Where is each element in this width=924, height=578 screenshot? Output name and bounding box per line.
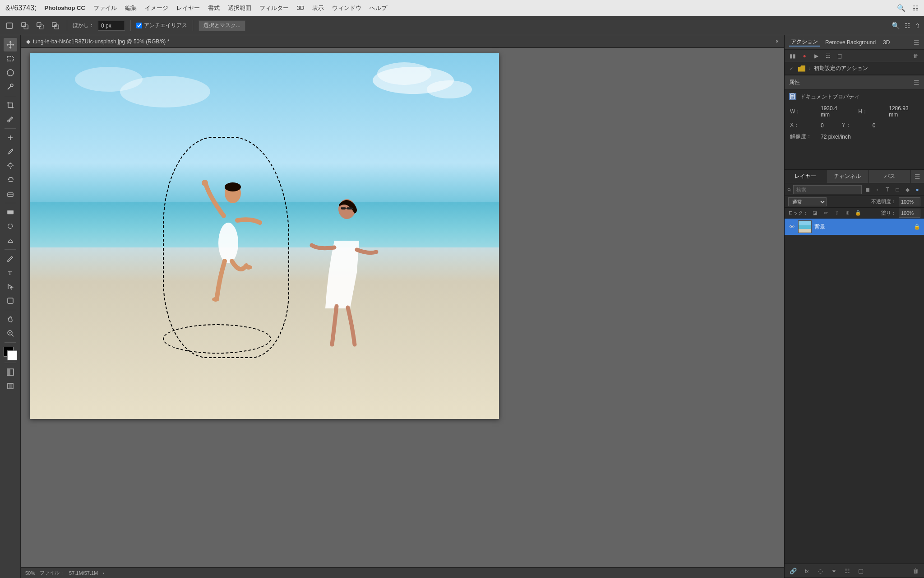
info-arrow[interactable]: › — [102, 570, 104, 576]
tool-eyedropper[interactable] — [4, 112, 17, 126]
fx-icon[interactable]: fx — [802, 566, 812, 576]
actions-delete[interactable]: 🗑 — [911, 51, 920, 61]
lock-artboard[interactable]: ⊕ — [843, 209, 851, 217]
menu-format[interactable]: 書式 — [208, 4, 220, 12]
new-layer-icon[interactable]: ▢ — [856, 566, 866, 576]
filter-type[interactable]: T — [883, 186, 892, 194]
share-icon[interactable]: ⇧ — [915, 22, 920, 29]
background-color[interactable] — [7, 350, 17, 360]
workspace-icon[interactable]: ☷ — [905, 22, 910, 29]
attributes-menu-icon[interactable]: ☰ — [914, 79, 919, 86]
selection-mode-intersect[interactable] — [50, 20, 61, 32]
menu-layer[interactable]: レイヤー — [176, 4, 200, 12]
tool-quick-mask[interactable] — [4, 365, 17, 379]
tool-hand[interactable] — [4, 312, 17, 326]
link-icon[interactable]: 🔗 — [788, 566, 798, 576]
tool-history-brush[interactable] — [4, 173, 17, 186]
tool-brush[interactable] — [4, 145, 17, 158]
actions-play[interactable]: ▶ — [812, 51, 821, 61]
menu-image[interactable]: イメージ — [145, 4, 168, 12]
menu-filter[interactable]: フィルター — [259, 4, 289, 12]
actions-new-set[interactable]: ☷ — [823, 51, 832, 61]
tool-marquee[interactable] — [4, 52, 17, 65]
tool-eraser[interactable] — [4, 187, 17, 200]
blend-mode-select[interactable]: 通常 乗算 スクリーン — [788, 197, 827, 206]
filter-smartobj[interactable]: ◆ — [903, 186, 911, 194]
selection-mode-new[interactable] — [4, 20, 15, 32]
add-mask-icon[interactable]: ◌ — [815, 566, 825, 576]
tool-path-select[interactable] — [4, 280, 17, 294]
lock-all[interactable]: 🔒 — [854, 209, 862, 217]
apple-menu[interactable]: &#63743; — [5, 4, 37, 12]
fill-input[interactable] — [899, 209, 920, 218]
tool-gradient[interactable] — [4, 205, 17, 219]
delete-layer-icon[interactable]: 🗑 — [910, 566, 920, 576]
tool-screen-mode[interactable] — [4, 379, 17, 393]
actions-record[interactable]: ● — [800, 51, 809, 61]
menu-view[interactable]: 表示 — [312, 4, 324, 12]
filter-pixel[interactable]: ◼ — [864, 186, 872, 194]
arrange-icon[interactable]: ☷ — [913, 5, 919, 12]
layer-row-background[interactable]: 👁 背景 🔒 — [785, 219, 924, 235]
menu-file[interactable]: ファイル — [93, 4, 117, 12]
tool-type[interactable]: T — [4, 266, 17, 280]
antialias-check[interactable] — [136, 23, 142, 28]
attributes-panel-header: 属性 ☰ — [785, 75, 924, 90]
lock-transparent[interactable]: ◪ — [811, 209, 819, 217]
x-value: 0 — [821, 122, 824, 129]
actions-stop[interactable]: ▮▮ — [788, 51, 797, 61]
selection-mode-add[interactable] — [19, 20, 31, 32]
selection-mode-subtract[interactable] — [34, 20, 46, 32]
tool-separator-4 — [5, 249, 16, 250]
doc-property-row[interactable]: ドキュメントプロパティ — [785, 90, 924, 103]
actions-tab[interactable]: アクション — [789, 38, 820, 47]
tool-magic-wand[interactable] — [4, 80, 17, 93]
menu-window[interactable]: ウィンドウ — [332, 4, 361, 12]
layers-tab-channels[interactable]: チャンネル — [827, 170, 869, 183]
canvas[interactable] — [30, 53, 499, 419]
action-item-default[interactable]: ✓ › 初期設定のアクション — [785, 62, 924, 75]
layers-tab-layers[interactable]: レイヤー — [785, 170, 827, 183]
blur-input[interactable] — [98, 21, 125, 31]
adjustment-icon[interactable]: ⚭ — [829, 566, 839, 576]
lock-image[interactable]: ✏ — [822, 209, 830, 217]
actions-menu-icon[interactable]: ☰ — [914, 39, 919, 46]
tool-shape[interactable] — [4, 294, 17, 308]
filter-adjustment[interactable]: ◦ — [873, 186, 882, 194]
svg-point-33 — [212, 297, 219, 302]
antialias-checkbox[interactable]: アンチエイリアス — [136, 22, 187, 29]
tool-blur[interactable] — [4, 219, 17, 233]
color-swatches[interactable] — [4, 347, 17, 360]
menu-3d[interactable]: 3D — [297, 5, 305, 11]
select-mask-button[interactable]: 選択とマスク... — [199, 20, 245, 31]
h-value: 1286.93 mm — [889, 105, 919, 118]
actions-new[interactable]: ▢ — [835, 51, 844, 61]
search-icon[interactable]: 🔍 — [897, 4, 906, 12]
tool-dodge[interactable] — [4, 233, 17, 247]
filter-toggle[interactable]: ● — [913, 186, 921, 194]
layer-visibility-icon[interactable]: 👁 — [788, 223, 795, 230]
3d-tab[interactable]: 3D — [881, 39, 892, 46]
lock-position[interactable]: ⇧ — [832, 209, 841, 217]
canvas-container — [30, 53, 775, 564]
remove-background-tab[interactable]: Remove Background — [823, 39, 878, 46]
search-icon-right[interactable]: 🔍 — [892, 22, 900, 30]
tool-pen[interactable] — [4, 252, 17, 266]
layers-menu-icon[interactable]: ☰ — [911, 173, 924, 180]
tool-clone[interactable] — [4, 159, 17, 172]
opacity-input[interactable] — [899, 197, 920, 206]
layers-tab-paths[interactable]: パス — [869, 170, 911, 183]
new-group-icon[interactable]: ☷ — [842, 566, 852, 576]
filter-shape[interactable]: □ — [893, 186, 901, 194]
tool-zoom[interactable] — [4, 326, 17, 340]
menu-photoshop[interactable]: Photoshop CC — [45, 5, 85, 11]
layers-search-input[interactable] — [793, 185, 862, 194]
tool-heal[interactable] — [4, 131, 17, 144]
menu-edit[interactable]: 編集 — [125, 4, 137, 12]
menu-select[interactable]: 選択範囲 — [228, 4, 251, 12]
tool-move[interactable] — [4, 38, 17, 51]
tool-lasso[interactable] — [4, 66, 17, 79]
doc-tab-close[interactable]: × — [776, 38, 779, 45]
tool-crop[interactable] — [4, 98, 17, 112]
menu-help[interactable]: ヘルプ — [370, 4, 387, 12]
